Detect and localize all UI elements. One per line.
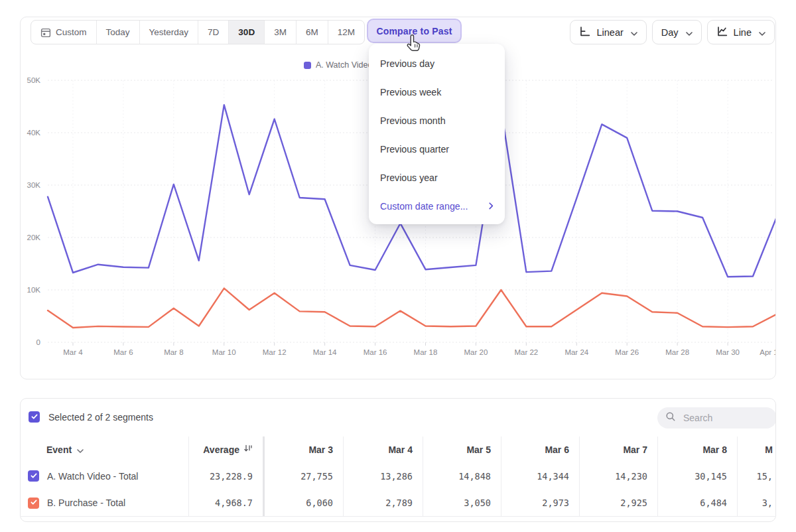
preset-12m[interactable]: 12M — [328, 21, 364, 44]
legend-item-a-watch-video[interactable]: A. Watch Video — [304, 60, 372, 70]
svg-text:Mar 16: Mar 16 — [364, 348, 387, 356]
chevron-right-icon — [489, 201, 494, 212]
svg-text:40K: 40K — [27, 129, 41, 137]
value-cell-mar-5: 14,848 — [423, 462, 501, 490]
menu-item-label: Previous day — [380, 58, 434, 69]
preset-6m[interactable]: 6M — [296, 21, 328, 44]
column-header-label: Mar 5 — [466, 444, 491, 455]
axis-linear-icon — [579, 26, 590, 39]
svg-text:0: 0 — [36, 338, 40, 346]
preset-custom[interactable]: Custom — [31, 21, 96, 44]
selected-segments-row: Selected 2 of 2 segments — [29, 411, 153, 423]
column-header-mar-3[interactable]: Mar 3 — [265, 436, 344, 462]
column-header-label: Mar 6 — [545, 444, 569, 455]
value-cell-average: 23,228.9 — [189, 462, 265, 490]
preset-3m[interactable]: 3M — [264, 21, 296, 44]
checkmark-icon — [30, 498, 38, 508]
column-header-label: Mar 8 — [702, 444, 727, 455]
preset-label: 3M — [274, 27, 287, 37]
legend-label: A. Watch Video — [316, 60, 372, 70]
preset-label: Custom — [56, 27, 87, 37]
column-header-label: Mar 4 — [388, 444, 413, 455]
preset-label: Yesterday — [149, 27, 189, 37]
svg-text:Apr 1: Apr 1 — [760, 348, 775, 356]
compare-to-past-menu: Previous dayPrevious weekPrevious monthP… — [369, 44, 505, 224]
view-buttons-group: Linear Day Line — [570, 20, 775, 44]
compare-to-past-button[interactable]: Compare to Past — [367, 19, 462, 43]
preset-label: 12M — [338, 27, 355, 37]
sort-descending-icon — [243, 444, 253, 455]
row-checkbox-a-watch-video-total[interactable] — [28, 470, 39, 482]
scale-dropdown-label: Linear — [596, 27, 623, 38]
svg-text:10K: 10K — [27, 286, 41, 294]
value-cell-mar-7: 2,925 — [580, 490, 658, 516]
svg-text:50K: 50K — [27, 76, 41, 84]
column-header-label: M — [765, 444, 773, 455]
chart-type-dropdown-label: Line — [734, 27, 752, 38]
table-row-b-purchase-total: B. Purchase - Total4,968.76,0602,7893,05… — [21, 490, 775, 516]
search-input[interactable] — [682, 412, 764, 424]
preset-label: 6M — [306, 27, 318, 37]
column-header-mar-6[interactable]: Mar 6 — [501, 436, 580, 462]
value-cell-m: 15, — [738, 462, 775, 490]
select-all-checkbox[interactable] — [29, 411, 40, 423]
menu-item-previous-week[interactable]: Previous week — [369, 78, 505, 106]
preset-7d[interactable]: 7D — [198, 21, 228, 44]
menu-item-custom-date-range[interactable]: Custom date range... — [369, 192, 505, 220]
menu-item-label: Previous month — [380, 115, 446, 126]
value-cell-mar-6: 14,344 — [501, 462, 580, 490]
row-checkbox-b-purchase-total[interactable] — [28, 498, 39, 509]
menu-item-previous-quarter[interactable]: Previous quarter — [369, 135, 505, 163]
chart-type-dropdown-button[interactable]: Line — [707, 20, 775, 44]
column-header-label: Mar 7 — [623, 444, 647, 455]
svg-text:Mar 30: Mar 30 — [716, 348, 740, 356]
value-cell-mar-7: 14,230 — [580, 462, 658, 490]
value-cell-mar-4: 13,286 — [344, 462, 423, 490]
column-header-mar-5[interactable]: Mar 5 — [423, 436, 501, 462]
preset-label: 30D — [238, 27, 255, 37]
calendar-icon — [40, 27, 51, 38]
svg-text:Mar 10: Mar 10 — [212, 348, 236, 356]
svg-text:Mar 24: Mar 24 — [564, 348, 588, 356]
checkmark-icon — [31, 411, 38, 423]
svg-text:Mar 26: Mar 26 — [615, 348, 639, 356]
granularity-dropdown-button[interactable]: Day — [652, 20, 702, 44]
menu-item-previous-year[interactable]: Previous year — [369, 163, 505, 192]
legend-swatch — [304, 62, 311, 69]
column-header-mar-8[interactable]: Mar 8 — [658, 436, 738, 462]
column-header-label: Mar 3 — [308, 444, 333, 455]
column-header-mar-4[interactable]: Mar 4 — [344, 436, 423, 462]
value-cell-mar-3: 27,755 — [265, 462, 344, 490]
column-header-m[interactable]: M — [738, 436, 775, 462]
svg-text:Mar 4: Mar 4 — [63, 348, 83, 356]
svg-text:Mar 22: Mar 22 — [514, 348, 538, 356]
svg-text:Mar 14: Mar 14 — [313, 348, 337, 356]
segments-search-box[interactable] — [657, 407, 776, 429]
segments-card: Selected 2 of 2 segments EventAverageMar… — [20, 398, 776, 522]
series-line-b-purchase[interactable] — [48, 289, 775, 328]
column-header-event[interactable]: Event — [21, 436, 189, 462]
value-cell-m: 3, — [738, 490, 775, 516]
row-event-cell: B. Purchase - Total — [21, 490, 189, 516]
svg-text:Mar 20: Mar 20 — [464, 348, 488, 356]
row-event-label: B. Purchase - Total — [47, 498, 125, 508]
line-chart-icon — [716, 26, 728, 39]
preset-30d[interactable]: 30D — [228, 21, 264, 44]
value-cell-average: 4,968.7 — [189, 490, 265, 516]
column-header-average[interactable]: Average — [189, 436, 265, 462]
menu-item-previous-month[interactable]: Previous month — [369, 106, 505, 135]
menu-item-previous-day[interactable]: Previous day — [369, 49, 505, 78]
column-header-label: Event — [46, 444, 72, 455]
scale-dropdown-button[interactable]: Linear — [570, 20, 646, 44]
segments-table: EventAverageMar 3Mar 4Mar 5Mar 6Mar 7Mar… — [21, 436, 775, 517]
preset-yesterday[interactable]: Yesterday — [139, 21, 198, 44]
preset-today[interactable]: Today — [96, 21, 139, 44]
column-header-mar-7[interactable]: Mar 7 — [580, 436, 658, 462]
checkmark-icon — [30, 471, 38, 482]
svg-text:20K: 20K — [27, 233, 41, 241]
value-cell-mar-4: 2,789 — [344, 490, 423, 516]
value-cell-mar-5: 3,050 — [423, 490, 501, 516]
menu-item-label: Previous week — [380, 87, 441, 98]
svg-text:Mar 6: Mar 6 — [113, 348, 133, 356]
column-header-label: Average — [203, 444, 239, 455]
